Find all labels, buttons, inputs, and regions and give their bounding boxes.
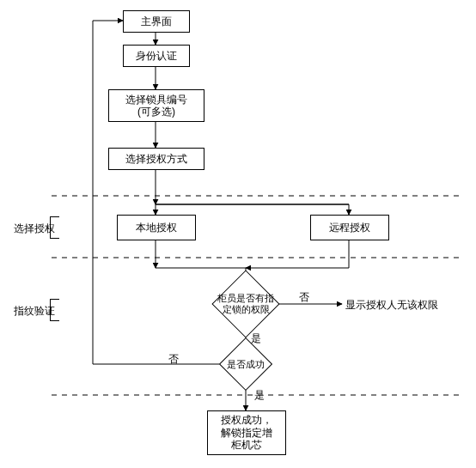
flowchart-stage: 主界面 身份认证 选择锁具编号 (可多选) 选择授权方式 本地授权 远程授权 柜… xyxy=(0,0,476,468)
node-label: 本地授权 xyxy=(136,222,177,234)
lane-label: 选择授权 xyxy=(14,222,55,236)
node-remote-auth: 远程授权 xyxy=(310,215,389,240)
node-label: 柜员是否有指 定锁的权限 xyxy=(217,293,274,314)
node-main-ui: 主界面 xyxy=(123,10,190,33)
node-no-permission: 显示授权人无该权限 xyxy=(345,298,438,313)
node-select-lock: 选择锁具编号 (可多选) xyxy=(108,89,204,122)
node-label: 显示授权人无该权限 xyxy=(345,299,438,311)
node-label: 选择授权方式 xyxy=(125,153,187,165)
node-result: 授权成功， 解锁指定增 柜机芯 xyxy=(207,410,286,455)
edge-label-yes: 是 xyxy=(251,331,261,346)
node-local-auth: 本地授权 xyxy=(117,215,196,240)
edge-label-yes: 是 xyxy=(254,388,265,403)
node-select-auth: 选择授权方式 xyxy=(108,148,204,170)
node-label: 远程授权 xyxy=(329,222,370,234)
node-label: 选择锁具编号 (可多选) xyxy=(125,94,187,119)
node-has-permission: 柜员是否有指 定锁的权限 xyxy=(222,280,270,328)
node-success: 是否成功 xyxy=(227,345,265,383)
guides xyxy=(0,0,476,468)
node-label: 是否成功 xyxy=(227,359,265,370)
edge-label-no: 否 xyxy=(168,352,179,367)
node-label: 授权成功， 解锁指定增 柜机芯 xyxy=(221,414,272,451)
lane-label: 指纹验证 xyxy=(14,304,55,319)
edge-label-no: 否 xyxy=(299,290,309,305)
node-label: 主界面 xyxy=(141,15,172,27)
node-identity: 身份认证 xyxy=(123,45,190,67)
node-label: 身份认证 xyxy=(136,50,177,62)
